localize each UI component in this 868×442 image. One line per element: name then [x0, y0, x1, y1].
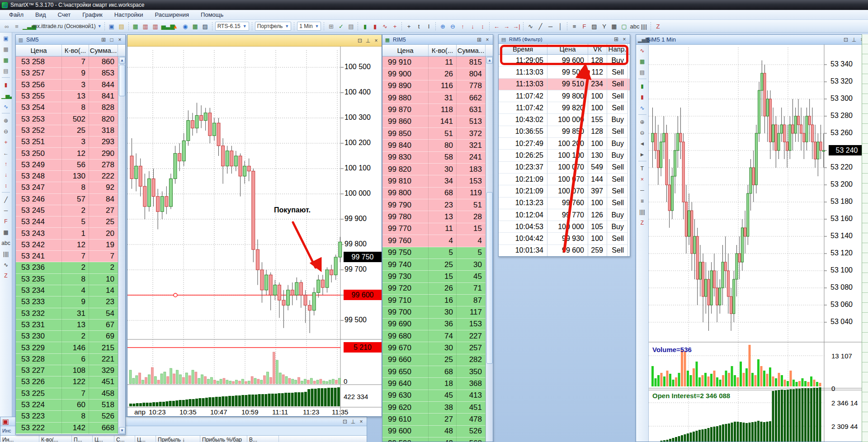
hline-icon[interactable]: ─ — [546, 22, 555, 31]
scroll-thumb[interactable] — [119, 65, 125, 96]
menu-item-1[interactable]: Файл — [4, 10, 29, 19]
menu-item-2[interactable]: Вид — [30, 10, 52, 19]
trade-row[interactable]: 11:07:4299 800100Sell — [499, 90, 630, 102]
fibo-icon[interactable]: F — [1, 216, 11, 226]
dom-row-ask[interactable]: 99 84080321 — [382, 140, 493, 151]
trade-row[interactable]: 10:43:02100 000155Buy — [499, 114, 630, 126]
dom-row-bid[interactable]: 53 235810 — [16, 274, 125, 285]
dom-row-ask[interactable]: 53 24177 — [16, 251, 125, 262]
menu-item-6[interactable]: Расширения — [149, 10, 194, 19]
dom-row-bid[interactable]: 99 69036153 — [382, 319, 493, 330]
text-i-icon[interactable]: I — [424, 22, 433, 31]
pin-icon[interactable]: ⊥ — [349, 418, 357, 425]
dom-row-ask[interactable]: 99 83058241 — [382, 152, 493, 164]
dom-row-ask[interactable]: 99 90026804 — [382, 68, 493, 80]
dom-list-icon[interactable]: ▥ — [141, 22, 150, 31]
bars-icon[interactable]: |||| — [637, 207, 647, 216]
dom-row-ask[interactable]: 99 870118631 — [382, 104, 493, 116]
dom-row-ask[interactable]: 99 890116778 — [382, 80, 493, 92]
signal-icon[interactable]: ▁▃▅ — [22, 22, 31, 31]
column-header[interactable]: Цена — [16, 45, 62, 56]
column-header[interactable]: Ин... — [0, 436, 39, 442]
dom-row-ask[interactable]: 99 81034153 — [382, 175, 493, 187]
restore-icon[interactable]: ⊡ — [356, 37, 363, 44]
column-header[interactable]: Цена — [382, 45, 429, 56]
trade-row[interactable]: 10:13:2399 760100Sell — [499, 197, 630, 209]
dom-row-ask[interactable]: 99 860141513 — [382, 116, 493, 128]
text-abc-icon[interactable]: abc — [629, 22, 638, 31]
info-icon[interactable]: ◉ — [181, 22, 190, 31]
pan-right-icon[interactable]: → — [502, 22, 511, 31]
dom-row-ask[interactable]: 99 7801328 — [382, 211, 493, 223]
wave-icon[interactable]: ∿ — [1, 259, 11, 269]
dom-row-bid[interactable]: 99 68074227 — [382, 330, 493, 342]
trade-row[interactable]: 10:36:5599 850128Sell — [499, 126, 630, 138]
trade-row[interactable]: 10:01:3499 600259Sell — [499, 245, 630, 257]
layout-icon[interactable]: ≡ — [12, 22, 21, 31]
excel-export-icon[interactable]: ▦ — [191, 22, 200, 31]
volume-icon[interactable]: ▁▅▃ — [1, 90, 11, 100]
column-header[interactable]: ∇К — [588, 44, 607, 54]
portfolio-selector[interactable]: Портфель▼ — [255, 22, 292, 31]
sim5-chart-canvas[interactable] — [649, 45, 862, 442]
pan-left-icon[interactable]: ← — [492, 22, 501, 31]
dom-row-bid[interactable]: 53 2323154 — [16, 308, 125, 320]
chart-icon[interactable]: ▦ — [1, 44, 11, 54]
close-icon[interactable]: × — [621, 36, 628, 43]
channel-icon[interactable]: ▨ — [590, 22, 599, 31]
close-icon[interactable]: × — [358, 418, 365, 425]
dom-row-bid[interactable]: 53 230269 — [16, 331, 125, 342]
close-icon[interactable]: × — [484, 36, 491, 43]
candles-down-icon[interactable]: ▮ — [370, 22, 379, 31]
scroll-down-icon[interactable]: ▼ — [119, 427, 125, 434]
dom-row-ask[interactable]: 99 82030183 — [382, 164, 493, 175]
arrow-left-icon[interactable]: ← — [1, 148, 11, 158]
print-icon[interactable]: ▤ — [346, 22, 355, 31]
menu-item-5[interactable]: Настройки — [109, 10, 149, 19]
curve-icon[interactable]: ∿ — [1, 101, 11, 111]
close-icon[interactable]: × — [373, 37, 380, 44]
column-header[interactable]: К-во(... — [62, 45, 89, 56]
window-icon[interactable]: ▣ — [1, 33, 11, 43]
restore-icon[interactable]: ⊡ — [341, 418, 349, 425]
rim5-chart-titlebar[interactable]: ⊡ ⊥ × — [127, 35, 382, 47]
dom-row-bid[interactable]: 53 2257458 — [16, 388, 125, 400]
sim5-dom-titlebar[interactable]: ▥ SiM5 ⊞ □ × — [16, 35, 125, 45]
dom-row-bid[interactable]: 99 61027478 — [382, 414, 493, 425]
dom-row-ask[interactable]: 53 247892 — [16, 182, 125, 193]
zoom-in-icon[interactable]: ⊕ — [438, 22, 447, 31]
print-icon[interactable]: ▤ — [1, 66, 11, 75]
close-icon[interactable]: × — [116, 36, 123, 43]
dom-list2-icon[interactable]: ▥ — [151, 22, 160, 31]
fibo-icon[interactable]: F — [580, 22, 589, 31]
dom-row-ask[interactable]: 53 2465784 — [16, 194, 125, 205]
column-header[interactable]: К-во(... — [39, 436, 72, 442]
title-bar[interactable]: SmartX™ 5.3.170 - C:\настройки смарт икс… — [0, 0, 868, 10]
chart-grid-icon[interactable]: ⊞ — [326, 22, 335, 31]
grid-icon[interactable]: ▦ — [1, 227, 11, 237]
column-header[interactable]: Время — [499, 44, 547, 54]
dom-row-ask[interactable]: 53 253502820 — [16, 113, 125, 125]
zoom-out-icon[interactable]: ⊖ — [637, 127, 647, 137]
dom-row-ask[interactable]: 99 88031662 — [382, 92, 493, 104]
news-icon[interactable]: ▨ — [201, 22, 210, 31]
menu-item-4[interactable]: График — [77, 10, 108, 19]
dom-row-bid[interactable]: 99 60048526 — [382, 426, 493, 437]
levels-icon[interactable]: ≡ — [637, 196, 647, 206]
dom-row-ask[interactable]: 53 2548828 — [16, 102, 125, 113]
restore-icon[interactable]: ⊡ — [842, 36, 849, 43]
scale-up-icon[interactable]: ↑ — [458, 22, 467, 31]
zoom-in-icon[interactable]: ⊕ — [637, 117, 647, 127]
dom-row-ask[interactable]: 53 248130222 — [16, 171, 125, 182]
dom-row-ask[interactable]: 53 25012290 — [16, 148, 125, 159]
dom-row-ask[interactable]: 53 243120 — [16, 228, 125, 239]
candles-red-icon[interactable]: ▮ — [637, 92, 647, 102]
pan-right-icon[interactable]: ► — [637, 149, 647, 159]
trade-row[interactable]: 10:21:09100 070397Sell — [499, 185, 630, 197]
hline-icon[interactable]: ─ — [1, 205, 11, 215]
dom-row-bid[interactable]: 99 75055 — [382, 247, 493, 259]
dom-row-bid[interactable]: 53 2311367 — [16, 320, 125, 331]
dom-row-bid[interactable]: 53 23622 — [16, 262, 125, 273]
trade-row[interactable]: 10:12:0499 770126Buy — [499, 209, 630, 221]
dom-row-bid[interactable]: 99 64018368 — [382, 378, 493, 390]
